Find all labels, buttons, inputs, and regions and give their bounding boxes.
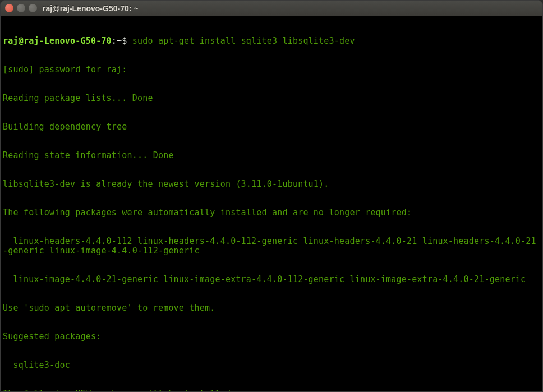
output-line: Reading state information... Done bbox=[3, 151, 540, 160]
output-line: Reading package lists... Done bbox=[3, 94, 540, 103]
maximize-icon[interactable] bbox=[29, 4, 37, 12]
output-line: libsqlite3-dev is already the newest ver… bbox=[3, 179, 540, 189]
titlebar[interactable]: raj@raj-Lenovo-G50-70: ~ bbox=[1, 1, 542, 16]
output-line: [sudo] password for raj: bbox=[3, 65, 540, 75]
prompt-line-1: raj@raj-Lenovo-G50-70:~$ sudo apt-get in… bbox=[3, 36, 540, 46]
window-title: raj@raj-Lenovo-G50-70: ~ bbox=[43, 4, 138, 13]
terminal-window: raj@raj-Lenovo-G50-70: ~ raj@raj-Lenovo-… bbox=[0, 0, 543, 392]
output-line: The following packages were automaticall… bbox=[3, 208, 540, 218]
output-line: The following NEW packages will be insta… bbox=[3, 389, 540, 391]
minimize-icon[interactable] bbox=[17, 4, 25, 12]
terminal-viewport[interactable]: raj@raj-Lenovo-G50-70:~$ sudo apt-get in… bbox=[1, 16, 542, 391]
prompt-dollar: $ bbox=[122, 36, 132, 46]
output-line: Building dependency tree bbox=[3, 122, 540, 132]
output-line: Use 'sudo apt autoremove' to remove them… bbox=[3, 303, 540, 313]
output-line: linux-headers-4.4.0-112 linux-headers-4.… bbox=[3, 237, 540, 256]
close-icon[interactable] bbox=[5, 4, 13, 12]
output-line: linux-image-4.4.0-21-generic linux-image… bbox=[3, 275, 540, 284]
output-line: Suggested packages: bbox=[3, 332, 540, 342]
prompt-colon: : bbox=[112, 36, 117, 46]
command-text: sudo apt-get install sqlite3 libsqlite3-… bbox=[132, 36, 355, 46]
prompt-path: ~ bbox=[117, 36, 122, 46]
prompt-user-host: raj@raj-Lenovo-G50-70 bbox=[3, 36, 112, 46]
output-line: sqlite3-doc bbox=[3, 361, 540, 370]
